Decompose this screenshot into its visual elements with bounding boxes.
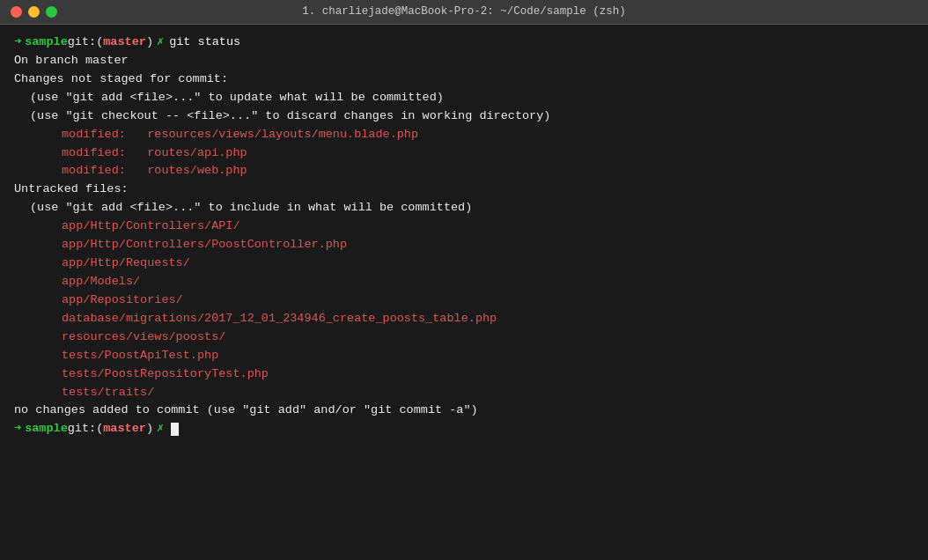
prompt-space [164,420,171,438]
terminal-line: tests/PoostRepositoryTest.php [14,365,914,384]
prompt-arrow: ➜ [14,33,21,52]
prompt-branch-open: ( [96,33,103,52]
terminal-line: database/migrations/2017_12_01_234946_cr… [14,310,914,328]
terminal-line: (use "git add <file>..." to include in w… [14,199,914,217]
prompt-branch: master [103,33,146,52]
prompt-dir-2: sample [25,420,68,438]
close-button[interactable] [11,6,22,18]
terminal-line: modified: routes/api.php [14,144,914,163]
terminal-output: On branch masterChanges not staged for c… [14,52,914,420]
prompt-branch-open-2: ( [96,420,103,438]
prompt-x: ✗ [157,33,164,52]
terminal-line: tests/PoostApiTest.php [14,347,914,365]
terminal-line: Changes not staged for commit: [14,70,914,89]
terminal-line: app/Http/Requests/ [14,254,914,273]
prompt-command: git status [169,33,240,52]
prompt-branch-close-2: ) [146,420,153,438]
window: 1. charliejade@MacBook-Pro-2: ~/Code/sam… [0,0,928,560]
prompt-git-label-2: git: [68,420,96,438]
terminal-line: app/Repositories/ [14,291,914,310]
minimize-button[interactable] [28,6,40,18]
prompt-dir: sample [25,33,68,52]
terminal-line: modified: resources/views/layouts/menu.b… [14,126,914,144]
terminal-line: tests/traits/ [14,384,914,402]
terminal-line: Untracked files: [14,181,914,199]
maximize-button[interactable] [46,6,57,18]
terminal-line: (use "git add <file>..." to update what … [14,89,914,107]
terminal-line: no changes added to commit (use "git add… [14,402,914,420]
prompt-arrow-2: ➜ [14,420,21,438]
cursor [171,423,179,436]
terminal-line: modified: routes/web.php [14,162,914,181]
title-bar: 1. charliejade@MacBook-Pro-2: ~/Code/sam… [0,0,928,25]
prompt-branch-2: master [103,420,146,438]
terminal-body[interactable]: ➜ sample git: ( master ) ✗ git status On… [0,25,928,560]
prompt-git-label: git: [68,33,96,52]
terminal-line: app/Http/Controllers/PoostController.php [14,236,914,254]
terminal-line: resources/views/poosts/ [14,328,914,347]
prompt-x-2: ✗ [157,420,164,438]
traffic-lights [11,6,57,18]
terminal-line: app/Models/ [14,273,914,291]
terminal-line: On branch master [14,52,914,70]
prompt-line-2: ➜ sample git: ( master ) ✗ [14,420,914,438]
prompt-line: ➜ sample git: ( master ) ✗ git status [14,33,914,52]
prompt-branch-close: ) [146,33,153,52]
terminal-line: app/Http/Controllers/API/ [14,217,914,236]
terminal-line: (use "git checkout -- <file>..." to disc… [14,107,914,126]
window-title: 1. charliejade@MacBook-Pro-2: ~/Code/sam… [302,4,626,20]
